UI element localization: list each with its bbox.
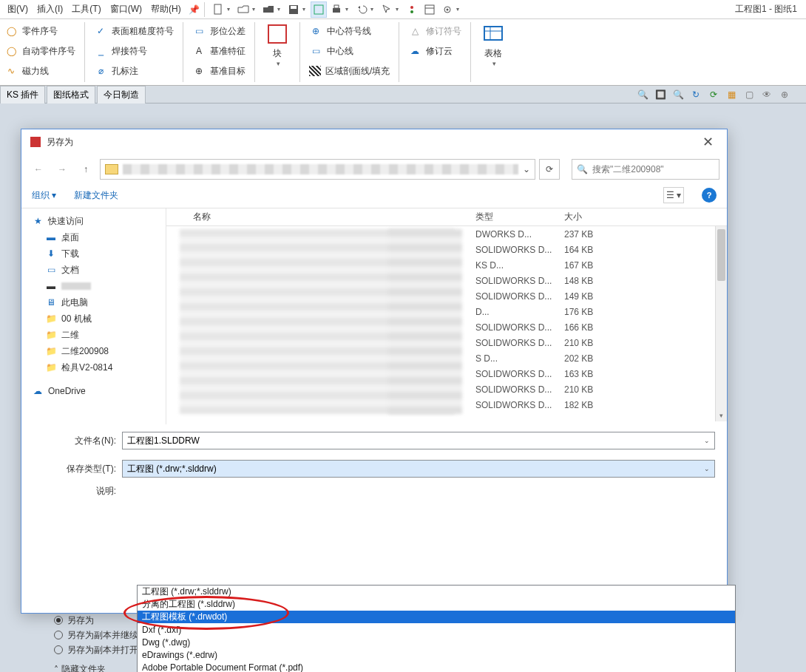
table-row[interactable]: SOLIDWORKS D...163 KB bbox=[475, 369, 623, 384]
table-row[interactable]: SOLIDWORKS D...164 KB bbox=[475, 245, 623, 260]
view-options-icon[interactable]: ☰ ▾ bbox=[663, 187, 684, 203]
filetype-option[interactable]: eDrawings (*.edrw) bbox=[138, 648, 735, 661]
sidebar-folder-2[interactable]: 📁二维 bbox=[24, 327, 163, 343]
table-row[interactable]: SOLIDWORKS D...210 KB bbox=[475, 384, 623, 400]
rb-auto-balloon[interactable]: ◯自动零件序号 bbox=[4, 42, 75, 60]
back-icon[interactable]: ← bbox=[29, 160, 48, 179]
open-icon[interactable] bbox=[235, 1, 251, 18]
col-size[interactable]: 大小 bbox=[564, 211, 623, 223]
filetype-combo[interactable]: 工程图 (*.drw;*.slddrw)⌄ bbox=[122, 460, 715, 478]
filetype-option[interactable]: 分离的工程图 (*.slddrw) bbox=[138, 598, 735, 611]
rb-datum-target[interactable]: ⊕基准目标 bbox=[192, 62, 245, 80]
rb-revision-cloud[interactable]: ☁修订云 bbox=[408, 42, 461, 60]
sidebar-folder-3[interactable]: 📁二维200908 bbox=[24, 343, 163, 359]
table-row[interactable]: SOLIDWORKS D...166 KB bbox=[475, 322, 623, 338]
zoom-area-icon[interactable]: 🔲 bbox=[654, 88, 667, 101]
pin-icon[interactable]: 📌 bbox=[189, 4, 200, 15]
rb-hole-callout[interactable]: ⌀孔标注 bbox=[94, 62, 174, 80]
scrollbar[interactable]: ▴ ▾ bbox=[715, 226, 727, 421]
scroll-down-icon[interactable]: ▾ bbox=[716, 410, 727, 421]
table-row[interactable]: D...176 KB bbox=[475, 307, 623, 322]
rb-center-mark[interactable]: ⊕中心符号线 bbox=[309, 22, 390, 40]
traffic-icon[interactable] bbox=[404, 1, 420, 18]
filetype-option[interactable]: Dwg (*.dwg) bbox=[138, 636, 735, 648]
print-icon[interactable] bbox=[328, 1, 345, 18]
file-list[interactable]: 名称 类型 大小 DWORKS D...237 KBSOLIDWORKS D..… bbox=[166, 208, 727, 424]
menu-window[interactable]: 窗口(W) bbox=[106, 1, 146, 18]
sidebar-folder-1[interactable]: 📁00 机械 bbox=[24, 310, 163, 327]
table-row[interactable]: SOLIDWORKS D...210 KB bbox=[475, 338, 623, 353]
organize-button[interactable]: 组织 ▾ bbox=[32, 189, 56, 202]
filetype-option[interactable]: Adobe Portable Document Format (*.pdf) bbox=[138, 661, 735, 672]
rb-weld-symbol[interactable]: ⎯焊接符号 bbox=[94, 42, 174, 60]
box-icon[interactable]: ▢ bbox=[742, 88, 756, 101]
address-bar[interactable]: ⌄ bbox=[100, 159, 535, 180]
rb-block[interactable]: 块▾ bbox=[260, 19, 295, 85]
tab-sheet-format[interactable]: 图纸格式 bbox=[47, 86, 95, 103]
save-icon[interactable] bbox=[285, 1, 302, 18]
refresh-icon[interactable]: ⟳ bbox=[539, 159, 560, 180]
col-type[interactable]: 类型 bbox=[475, 211, 564, 223]
search-input[interactable]: 🔍 搜索"二维200908" bbox=[572, 159, 719, 180]
rb-hatch[interactable]: 区域剖面线/填充 bbox=[309, 62, 390, 80]
refresh-view-icon[interactable]: ⟳ bbox=[707, 88, 720, 101]
menu-tools[interactable]: 工具(T) bbox=[67, 1, 105, 18]
rotate-icon[interactable]: ↻ bbox=[689, 88, 702, 101]
table-row[interactable]: KS D...167 KB bbox=[475, 260, 623, 276]
rb-datum[interactable]: A基准特征 bbox=[192, 42, 245, 60]
globe-icon[interactable]: ⊕ bbox=[778, 88, 791, 101]
tab-ks-plugin[interactable]: KS 插件 bbox=[0, 86, 45, 103]
radio-save-copy-continue[interactable]: 另存为副本并继续 bbox=[54, 628, 138, 642]
table-row[interactable]: S D...202 KB bbox=[475, 353, 623, 369]
filetype-option[interactable]: 工程图模板 (*.drwdot) bbox=[138, 611, 735, 623]
table-row[interactable]: SOLIDWORKS D...182 KB bbox=[475, 400, 623, 415]
sidebar-onedrive[interactable]: ☁OneDrive bbox=[24, 383, 163, 399]
menu-help[interactable]: 帮助(H) bbox=[146, 1, 186, 18]
eye-icon[interactable]: 👁 bbox=[760, 88, 773, 101]
open-folder-icon[interactable] bbox=[260, 1, 277, 18]
rb-surface-finish[interactable]: ✓表面粗糙度符号 bbox=[94, 22, 174, 40]
zoom-fit-icon[interactable]: 🔍 bbox=[671, 88, 685, 101]
rb-tables[interactable]: 表格▾ bbox=[475, 19, 511, 85]
filetype-option[interactable]: Dxf (*.dxf) bbox=[138, 623, 735, 636]
sidebar-quick-access[interactable]: ★快速访问 bbox=[24, 213, 163, 229]
help-icon[interactable]: ? bbox=[702, 188, 717, 203]
zoom-icon[interactable]: 🔍 bbox=[636, 88, 649, 101]
filetype-dropdown[interactable]: 工程图 (*.drw;*.slddrw)分离的工程图 (*.slddrw)工程图… bbox=[137, 585, 736, 672]
scroll-thumb[interactable] bbox=[717, 229, 725, 281]
rb-gtol[interactable]: ▭形位公差 bbox=[192, 22, 245, 40]
rebuild-icon[interactable] bbox=[311, 1, 327, 18]
hide-folders-toggle[interactable]: ˄隐藏文件夹 bbox=[54, 663, 138, 672]
forward-icon[interactable]: → bbox=[53, 160, 72, 179]
display-style-icon[interactable]: ▦ bbox=[725, 88, 738, 101]
sidebar-hidden[interactable]: ▬ bbox=[24, 278, 163, 294]
filetype-option[interactable]: 工程图 (*.drw;*.slddrw) bbox=[138, 586, 735, 598]
undo-icon[interactable] bbox=[353, 1, 370, 18]
table-row[interactable]: DWORKS D...237 KB bbox=[475, 229, 623, 245]
sidebar-desktop[interactable]: ▬桌面 bbox=[24, 229, 163, 245]
table-row[interactable]: SOLIDWORKS D...148 KB bbox=[475, 276, 623, 291]
filename-input[interactable]: 工程图1.SLDDRW⌄ bbox=[122, 432, 715, 449]
rb-magnetic-line[interactable]: ∿磁力线 bbox=[4, 62, 75, 80]
rb-balloon[interactable]: ◯零件序号 bbox=[4, 22, 75, 40]
rb-centerline[interactable]: ▭中心线 bbox=[309, 42, 390, 60]
close-icon[interactable]: ✕ bbox=[697, 132, 719, 152]
sidebar-documents[interactable]: ▭文档 bbox=[24, 262, 163, 278]
col-name[interactable]: 名称 bbox=[166, 211, 475, 223]
radio-save-as[interactable]: 另存为 bbox=[54, 613, 138, 628]
up-icon[interactable]: ↑ bbox=[76, 160, 95, 179]
tab-today-mfg[interactable]: 今日制造 bbox=[97, 86, 146, 103]
select-icon[interactable] bbox=[379, 1, 395, 18]
menu-insert[interactable]: 插入(I) bbox=[33, 1, 67, 18]
sidebar-this-pc[interactable]: 🖥此电脑 bbox=[24, 294, 163, 310]
table-row[interactable]: SOLIDWORKS D...149 KB bbox=[475, 291, 623, 307]
menu-view[interactable]: 图(V) bbox=[3, 1, 33, 18]
chevron-down-icon[interactable]: ⌄ bbox=[523, 164, 530, 174]
new-folder-button[interactable]: 新建文件夹 bbox=[74, 189, 118, 202]
radio-save-copy-open[interactable]: 另存为副本并打开 bbox=[54, 642, 138, 657]
sidebar-folder-4[interactable]: 📁检具V2-0814 bbox=[24, 359, 163, 376]
sidebar-downloads[interactable]: ⬇下载 bbox=[24, 245, 163, 262]
options-icon[interactable] bbox=[421, 1, 438, 18]
new-doc-icon[interactable] bbox=[210, 1, 226, 18]
settings-icon[interactable] bbox=[439, 1, 456, 18]
